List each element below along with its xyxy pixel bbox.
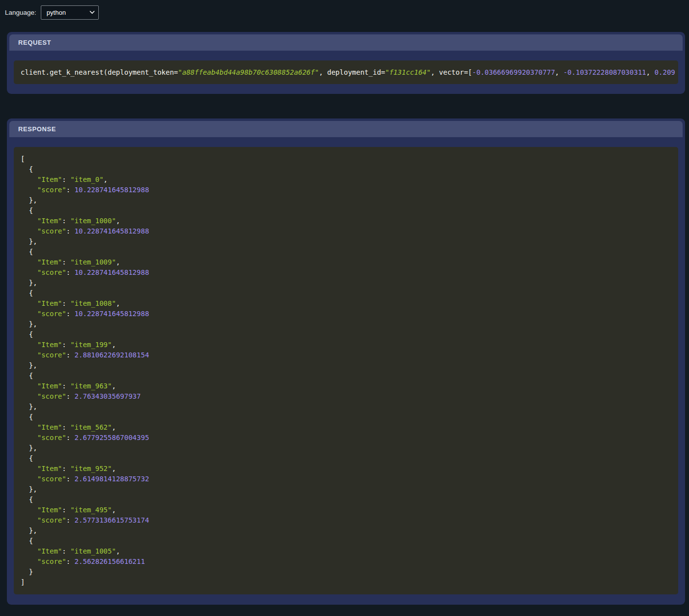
code-token-string: "score" [37, 392, 66, 400]
code-token-plain: { [21, 248, 37, 266]
code-token-string: "item_963" [70, 382, 112, 390]
code-token-number: -0.03666969920370777 [472, 68, 555, 76]
request-panel-header: REQUEST [9, 34, 683, 51]
code-token-string: "item_1005" [70, 547, 116, 555]
code-token-plain: }, [21, 403, 37, 411]
code-token-string: "score" [37, 186, 66, 194]
response-panel-title: RESPONSE [18, 125, 56, 133]
code-token-plain: }, [21, 196, 37, 204]
code-token-number: 2.8810622692108154 [75, 351, 149, 359]
code-token-string: "score" [37, 434, 66, 441]
code-token-plain: : [62, 217, 70, 225]
code-token-string: "score" [37, 557, 66, 565]
code-token-string: "score" [37, 351, 66, 359]
language-label: Language: [5, 9, 36, 16]
code-token-plain: }, [21, 237, 37, 245]
code-token-string: "item_0" [70, 176, 103, 183]
code-token-plain: , [646, 68, 655, 76]
code-token-string: "Item" [37, 299, 62, 307]
code-token-plain: { [21, 372, 37, 390]
code-token-number: 10.228741645812988 [75, 268, 149, 276]
code-token-string: "f131cc164" [385, 68, 431, 76]
code-token-plain: client.get_k_nearest(deployment_token= [21, 68, 178, 76]
code-token-plain: : [66, 392, 75, 400]
code-token-string: "item_199" [70, 341, 112, 349]
response-panel: RESPONSE [ { "Item": "item_0", "score": … [7, 118, 685, 605]
code-token-plain: ] [21, 578, 25, 586]
code-token-string: "Item" [37, 547, 62, 555]
code-token-plain: : [66, 434, 75, 441]
code-token-plain: { [21, 454, 37, 472]
code-token-plain: : [66, 516, 75, 524]
code-token-string: "Item" [37, 217, 62, 225]
code-token-plain: [ [21, 155, 25, 163]
code-token-plain: }, [21, 485, 37, 493]
code-token-plain: : [62, 506, 70, 514]
code-token-string: "score" [37, 475, 66, 483]
code-token-plain: : [62, 341, 70, 349]
code-token-string: "item_1000" [70, 217, 116, 225]
code-token-string: "score" [37, 310, 66, 318]
code-token-string: "Item" [37, 506, 62, 514]
code-token-number: 10.228741645812988 [75, 227, 149, 235]
code-token-string: "item_1008" [70, 299, 116, 307]
code-token-plain: }, [21, 279, 37, 287]
code-token-plain: : [66, 310, 75, 318]
code-token-plain: : [62, 299, 70, 307]
code-token-string: "item_562" [70, 423, 112, 431]
code-token-plain: : [62, 547, 70, 555]
code-token-plain: { [21, 537, 37, 555]
code-token-plain: : [66, 227, 75, 235]
code-token-plain: : [62, 423, 70, 431]
code-token-number: 2.5773136615753174 [75, 516, 149, 524]
code-token-plain: : [66, 186, 75, 194]
code-token-plain: } [21, 568, 33, 576]
code-token-number: -0.10372228087030311 [563, 68, 646, 76]
language-select[interactable]: python [41, 5, 99, 20]
code-token-number: 2.76343035697937 [75, 392, 141, 400]
language-bar: Language: python [0, 5, 689, 20]
code-token-plain: , vector=[ [431, 68, 472, 76]
code-token-string: "item_952" [70, 465, 112, 472]
code-token-plain: { [21, 289, 37, 307]
code-token-number: 0.209 [655, 68, 675, 76]
code-token-plain: : [62, 258, 70, 266]
code-token-string: "Item" [37, 341, 62, 349]
code-token-plain: : [66, 268, 75, 276]
code-token-plain: }, [21, 361, 37, 369]
code-token-plain: : [62, 176, 70, 183]
request-code: client.get_k_nearest(deployment_token="a… [21, 68, 675, 76]
code-token-plain: }, [21, 527, 37, 534]
code-token-plain: , deployment_id= [319, 68, 385, 76]
request-code-block[interactable]: client.get_k_nearest(deployment_token="a… [14, 60, 678, 84]
code-token-plain: : [66, 557, 75, 565]
code-token-number: 10.228741645812988 [75, 186, 149, 194]
code-token-string: "item_1009" [70, 258, 116, 266]
request-panel-title: REQUEST [18, 39, 51, 46]
code-token-string: "Item" [37, 176, 62, 183]
code-token-string: "Item" [37, 382, 62, 390]
code-token-string: "item_495" [70, 506, 112, 514]
code-token-number: 2.6149814128875732 [75, 475, 149, 483]
code-token-string: "score" [37, 268, 66, 276]
code-token-plain: { [21, 206, 37, 225]
code-token-plain: { [21, 165, 37, 183]
code-token-string: "Item" [37, 465, 62, 472]
code-token-plain: : [62, 382, 70, 390]
request-panel-body: client.get_k_nearest(deployment_token="a… [9, 51, 683, 91]
code-token-string: "score" [37, 227, 66, 235]
code-token-plain: { [21, 413, 37, 431]
code-token-number: 2.6779255867004395 [75, 434, 149, 441]
code-token-number: 2.562826156616211 [75, 557, 145, 565]
language-select-wrap: python [41, 5, 99, 20]
response-panel-header: RESPONSE [9, 121, 683, 137]
code-token-plain: }, [21, 320, 37, 328]
response-code-block: [ { "Item": "item_0", "score": 10.228741… [14, 147, 678, 594]
code-token-plain: { [21, 330, 37, 349]
response-json-code: [ { "Item": "item_0", "score": 10.228741… [21, 155, 149, 586]
code-token-string: "a88ffeab4bd44a98b70c6308852a626f" [178, 68, 319, 76]
code-token-plain: { [21, 496, 37, 514]
code-token-number: 10.228741645812988 [75, 310, 149, 318]
code-token-plain: }, [21, 444, 37, 452]
code-token-string: "score" [37, 516, 66, 524]
